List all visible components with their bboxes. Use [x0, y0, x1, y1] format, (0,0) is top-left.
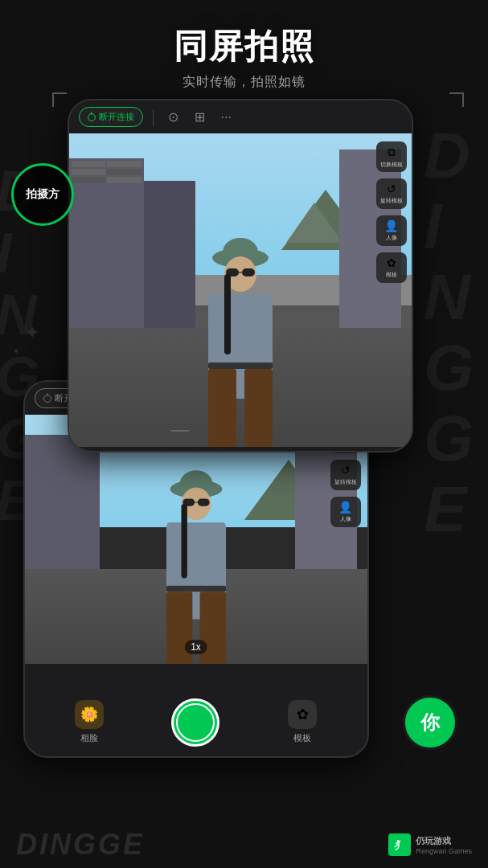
svg-rect-9: [208, 369, 236, 447]
sparkle-decoration-small: ✦: [12, 346, 20, 357]
person-figure-top: [184, 230, 297, 447]
portrait-btn-top[interactable]: 👤 人像: [376, 215, 407, 246]
svg-rect-8: [208, 362, 273, 369]
svg-rect-18: [181, 504, 187, 579]
header: 同屏拍照 实时传输，拍照如镜: [0, 0, 488, 99]
phone-container: 断开连接 ⊙ ⊞ ···: [23, 99, 465, 758]
grid-icon-top[interactable]: ⊞: [190, 108, 210, 126]
more-icon-top[interactable]: ···: [216, 108, 236, 126]
rengwan-logo: 犭 仍玩游戏 Rengwan Games: [388, 833, 472, 856]
svg-rect-19: [166, 586, 225, 592]
rengwan-text: 仍玩游戏 Rengwan Games: [416, 835, 472, 855]
corner-bracket-tr: [449, 92, 464, 107]
bottom-phone-footer: 🌼 相脸 ✿ 模板: [25, 688, 367, 756]
face-icon: 🌼: [75, 700, 104, 729]
bottom-watermark: DINGGE 犭 仍玩游戏 Rengwan Games: [0, 828, 488, 862]
power-icon-top: [88, 113, 96, 121]
top-phone: 断开连接 ⊙ ⊞ ···: [68, 99, 413, 452]
shutter-inner: [176, 703, 215, 742]
switch-template-btn-top[interactable]: ⧉ 切换模板: [376, 141, 407, 172]
template-btn-top[interactable]: ✿ 模板: [376, 252, 407, 283]
portrait-btn-bottom[interactable]: 👤 人像: [330, 497, 361, 527]
svg-rect-5: [242, 268, 255, 276]
page-title: 同屏拍照: [0, 24, 488, 69]
photographer-text: 拍摄方: [26, 187, 59, 202]
rotate-template-btn-bottom[interactable]: ↺ 旋转模板: [330, 460, 361, 490]
top-phone-camera: ⧉ 切换模板 ↺ 旋转模板 👤 人像 ✿ 模板: [69, 133, 412, 447]
svg-rect-16: [197, 498, 209, 506]
corner-bracket-tl: [52, 92, 67, 107]
zoom-badge[interactable]: 1x: [184, 640, 207, 654]
disconnect-button-top[interactable]: 断开连接: [79, 107, 143, 127]
template-footer-btn[interactable]: ✿ 模板: [288, 700, 317, 744]
face-btn[interactable]: 🌼 相脸: [75, 700, 104, 744]
template-label: 模板: [293, 732, 311, 744]
svg-text:犭: 犭: [394, 839, 404, 851]
camera-scene-top: [69, 133, 412, 447]
settings-icon-top[interactable]: ⊙: [163, 108, 183, 126]
svg-rect-7: [224, 274, 231, 354]
shutter-button[interactable]: [171, 698, 219, 747]
dingge-watermark: DINGGE: [16, 828, 145, 862]
rotate-template-btn-top[interactable]: ↺ 旋转模板: [376, 178, 407, 209]
svg-rect-10: [244, 369, 273, 447]
page-subtitle: 实时传输，拍照如镜: [0, 74, 488, 91]
power-icon-bottom: [43, 395, 51, 403]
photographer-label: 拍摄方: [11, 163, 74, 226]
top-phone-toolbar: 断开连接 ⊙ ⊞ ···: [69, 100, 412, 133]
template-icon: ✿: [288, 700, 317, 729]
toolbar-divider: [153, 109, 154, 125]
right-toolbar-top: ⧉ 切换模板 ↺ 旋转模板 👤 人像 ✿ 模板: [376, 141, 407, 283]
you-label: 你: [420, 710, 440, 735]
rengwan-icon: 犭: [388, 833, 411, 856]
person-figure-bottom: [144, 463, 248, 664]
face-label: 相脸: [80, 732, 98, 744]
you-button[interactable]: 你: [403, 695, 457, 750]
